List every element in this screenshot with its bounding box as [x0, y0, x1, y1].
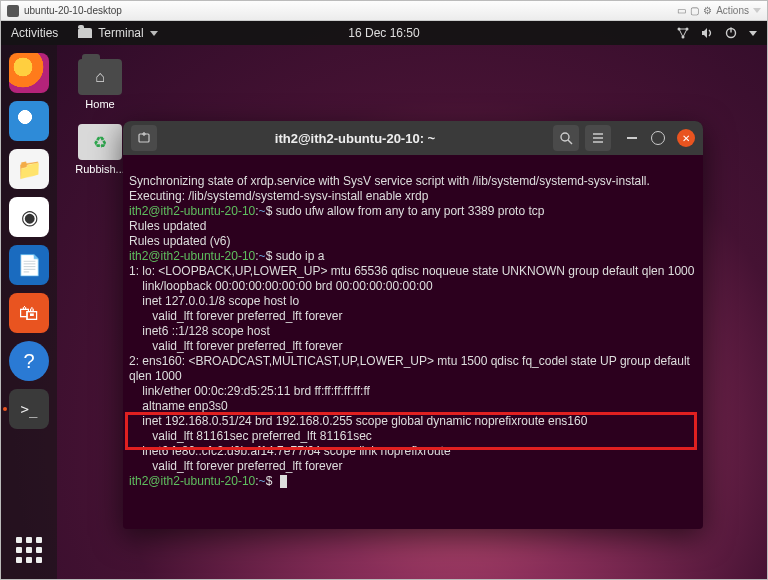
- trash-folder[interactable]: ♻ Rubbish...: [71, 124, 129, 175]
- trash-icon: ♻: [78, 124, 122, 160]
- vm-actions-label[interactable]: Actions: [716, 5, 749, 16]
- line: Executing: /lib/systemd/systemd-sysv-ins…: [129, 189, 428, 203]
- close-button[interactable]: ✕: [677, 129, 695, 147]
- vm-btn-1-icon[interactable]: ▭: [677, 5, 686, 16]
- command: sudo ip a: [272, 249, 324, 263]
- search-button[interactable]: [553, 125, 579, 151]
- line: link/ether 00:0c:29:d5:25:11 brd ff:ff:f…: [129, 384, 370, 398]
- home-icon: ⌂: [78, 59, 122, 95]
- vm-window: ubuntu-20-10-desktop ▭ ▢ ⚙ Actions Activ…: [0, 0, 768, 580]
- desktop-icons: ⌂ Home ♻ Rubbish...: [71, 59, 129, 175]
- search-icon: [559, 131, 573, 145]
- line: inet6 ::1/128 scope host: [129, 324, 270, 338]
- gnome-topbar: Activities Terminal 16 Dec 16:50: [1, 21, 767, 45]
- home-folder[interactable]: ⌂ Home: [71, 59, 129, 110]
- vm-toolbar: ▭ ▢ ⚙ Actions: [677, 5, 761, 16]
- activities-button[interactable]: Activities: [11, 26, 58, 40]
- vm-titlebar[interactable]: ubuntu-20-10-desktop ▭ ▢ ⚙ Actions: [1, 1, 767, 21]
- volume-icon[interactable]: [701, 27, 713, 39]
- prompt-userhost: ith2@ith2-ubuntu-20-10: [129, 474, 255, 488]
- cursor: [280, 475, 287, 488]
- dock-thunderbird[interactable]: [9, 101, 49, 141]
- home-label: Home: [85, 98, 114, 110]
- prompt-userhost: ith2@ith2-ubuntu-20-10: [129, 204, 255, 218]
- svg-point-6: [561, 133, 569, 141]
- terminal-title: ith2@ith2-ubuntu-20-10: ~: [163, 131, 547, 146]
- vm-icon: [7, 5, 19, 17]
- tray-caret-icon[interactable]: [749, 31, 757, 36]
- line: inet 127.0.0.1/8 scope host lo: [129, 294, 299, 308]
- show-applications-button[interactable]: [12, 533, 46, 567]
- vm-btn-3-icon[interactable]: ⚙: [703, 5, 712, 16]
- line: Synchronizing state of xrdp.service with…: [129, 174, 650, 188]
- vm-actions-caret-icon[interactable]: [753, 8, 761, 13]
- maximize-button[interactable]: [651, 131, 665, 145]
- line: Rules updated (v6): [129, 234, 230, 248]
- line: valid_lft 81161sec preferred_lft 81161se…: [129, 429, 372, 443]
- vm-title-text: ubuntu-20-10-desktop: [24, 5, 122, 16]
- dock-rhythmbox[interactable]: ◉: [9, 197, 49, 237]
- chevron-down-icon: [150, 31, 158, 36]
- line: Rules updated: [129, 219, 206, 233]
- line: altname enp3s0: [129, 399, 228, 413]
- line: valid_lft forever preferred_lft forever: [129, 309, 342, 323]
- app-menu[interactable]: Terminal: [78, 26, 157, 40]
- trash-label: Rubbish...: [75, 163, 125, 175]
- prompt-userhost: ith2@ith2-ubuntu-20-10: [129, 249, 255, 263]
- dock-firefox[interactable]: [9, 53, 49, 93]
- terminal-window: ith2@ith2-ubuntu-20-10: ~ ✕ Synchronizin…: [123, 121, 703, 529]
- terminal-body[interactable]: Synchronizing state of xrdp.service with…: [123, 155, 703, 529]
- line: valid_lft forever preferred_lft forever: [129, 459, 342, 473]
- hamburger-menu-button[interactable]: [585, 125, 611, 151]
- app-menu-label: Terminal: [98, 26, 143, 40]
- hamburger-icon: [591, 131, 605, 145]
- new-tab-button[interactable]: [131, 125, 157, 151]
- command: sudo ufw allow from any to any port 3389…: [272, 204, 544, 218]
- system-tray[interactable]: [677, 27, 757, 39]
- power-icon[interactable]: [725, 27, 737, 39]
- vm-btn-2-icon[interactable]: ▢: [690, 5, 699, 16]
- dock-help[interactable]: ?: [9, 341, 49, 381]
- new-tab-icon: [137, 131, 151, 145]
- dock-ubuntu-software[interactable]: 🛍: [9, 293, 49, 333]
- line: inet6 fe80::cfc2:d9b:af14:7e77/64 scope …: [129, 444, 451, 458]
- network-icon[interactable]: [677, 27, 689, 39]
- dock: 📁 ◉ 📄 🛍 ? >_: [1, 45, 57, 579]
- ubuntu-desktop: Activities Terminal 16 Dec 16:50 📁 ◉ 📄 🛍…: [1, 21, 767, 579]
- dock-files[interactable]: 📁: [9, 149, 49, 189]
- line: inet 192.168.0.51/24 brd 192.168.0.255 s…: [129, 414, 587, 428]
- terminal-app-icon: [78, 28, 92, 38]
- line: 2: ens160: <BROADCAST,MULTICAST,UP,LOWER…: [129, 354, 693, 383]
- dock-terminal[interactable]: >_: [9, 389, 49, 429]
- svg-rect-4: [730, 28, 731, 33]
- terminal-headerbar[interactable]: ith2@ith2-ubuntu-20-10: ~ ✕: [123, 121, 703, 155]
- line: 1: lo: <LOOPBACK,UP,LOWER_UP> mtu 65536 …: [129, 264, 694, 278]
- dock-libreoffice-writer[interactable]: 📄: [9, 245, 49, 285]
- clock[interactable]: 16 Dec 16:50: [348, 26, 419, 40]
- minimize-button[interactable]: [625, 131, 639, 145]
- line: link/loopback 00:00:00:00:00:00 brd 00:0…: [129, 279, 433, 293]
- line: valid_lft forever preferred_lft forever: [129, 339, 342, 353]
